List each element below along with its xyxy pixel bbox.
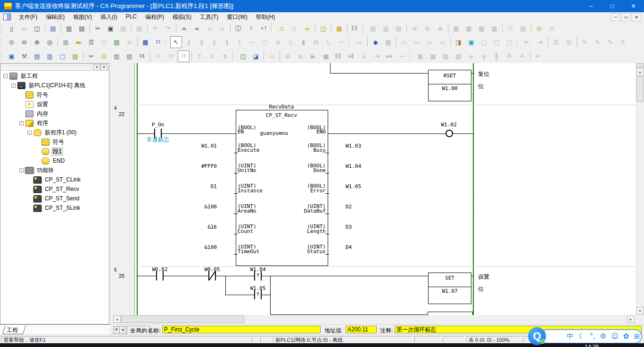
local-window-button[interactable]: ▢ bbox=[491, 36, 503, 48]
resume-from-point-button[interactable]: ⊛ bbox=[295, 50, 306, 62]
menu-item-编辑(E)[interactable]: 编辑(E) bbox=[41, 12, 69, 22]
timing-chart-2-button[interactable]: ╦ bbox=[478, 50, 490, 62]
delete-line-button[interactable]: ⌐ bbox=[336, 36, 347, 48]
symbol-address-field[interactable]: A200.11 bbox=[346, 326, 377, 333]
mark-tool-4-button[interactable]: ✎ bbox=[617, 36, 629, 48]
window-dock-button[interactable]: ▥ bbox=[44, 50, 56, 62]
simulator-stop-button[interactable]: ■ bbox=[320, 50, 332, 62]
menu-item-PLC[interactable]: PLC bbox=[122, 12, 141, 22]
tree-item-设置[interactable]: 设置 bbox=[0, 99, 109, 109]
mdi-document-icon[interactable] bbox=[3, 14, 11, 20]
pause-monitor-button[interactable]: ▌▌ bbox=[349, 23, 361, 34]
io-table-1-button[interactable]: ▦ bbox=[450, 23, 462, 34]
menu-item-插入(I)[interactable]: 插入(I) bbox=[96, 12, 121, 22]
find-next-button[interactable]: ∞ bbox=[216, 23, 228, 34]
new-or-closed-contact-button[interactable]: ∦ bbox=[221, 36, 233, 48]
paste-button[interactable]: ▤ bbox=[117, 23, 129, 34]
tree-expander-icon[interactable]: - bbox=[19, 121, 24, 125]
tree-item-CP_ST_CLink[interactable]: CP_ST_CLink bbox=[0, 175, 109, 184]
mdi-minimize-button[interactable]: ─ bbox=[611, 13, 620, 21]
menu-item-文件(F)[interactable]: 文件(F) bbox=[15, 12, 41, 22]
simulator-step-in-button[interactable]: ⇥ bbox=[371, 50, 383, 62]
online-edit-transfer-button[interactable]: ◫ bbox=[317, 23, 329, 34]
context-help-button[interactable]: ↖? bbox=[258, 23, 270, 34]
ime-night-mode-icon[interactable]: ☾ bbox=[578, 333, 585, 340]
dialog-view-button[interactable]: ▢ bbox=[57, 50, 68, 62]
mdi-restore-button[interactable]: ▭ bbox=[621, 13, 631, 21]
protect-key-button[interactable]: ⊝ bbox=[533, 23, 545, 34]
zoom-out-button[interactable]: ⊖ bbox=[18, 36, 30, 48]
line-corner-button[interactable]: ∟ bbox=[323, 36, 335, 48]
maximize-button[interactable]: □ bbox=[602, 0, 623, 12]
zoom-in-button[interactable]: ⊕ bbox=[31, 36, 43, 48]
edit-annotation-button[interactable]: ▭ bbox=[424, 36, 436, 48]
tree-item-CP_ST_Recv[interactable]: CP_ST_Recv bbox=[0, 184, 109, 194]
show-comments-button[interactable]: ▬ bbox=[73, 36, 84, 48]
mark-tool-2-button[interactable]: ✎ bbox=[592, 36, 603, 48]
new-coil-button[interactable]: ○ bbox=[259, 36, 271, 48]
vertical-scrollbar[interactable]: ▲ ▼ bbox=[636, 63, 644, 315]
rung-properties-button[interactable]: ▤ bbox=[124, 50, 135, 62]
timing-chart-4-button[interactable]: ╩ bbox=[504, 50, 515, 62]
scroll-up-button[interactable]: ▲ bbox=[636, 68, 644, 75]
list-view-1-button[interactable]: ☰ bbox=[550, 36, 562, 48]
monitor-binary-button[interactable]: 01 bbox=[136, 50, 148, 62]
memory-view-2-button[interactable]: ▩ bbox=[427, 50, 439, 62]
tree-expander-icon[interactable]: - bbox=[11, 83, 16, 88]
new-file-button[interactable]: ▯ bbox=[6, 23, 17, 34]
tree-item-新程序1 (00)[interactable]: -新程序1 (00) bbox=[0, 128, 109, 137]
show-rung-wrapping-button[interactable]: ▤ bbox=[111, 36, 123, 48]
scroll-down-button[interactable]: ▼ bbox=[636, 307, 644, 314]
contact-w1-05-up[interactable]: ↑ bbox=[254, 290, 262, 299]
monitor-signed-decimal-button[interactable]: 10 bbox=[165, 50, 177, 62]
address-reference-tool-button[interactable]: ◨ bbox=[453, 36, 464, 48]
release-key-button[interactable]: ⊝ bbox=[546, 23, 558, 34]
io-table-3-button[interactable]: ▦ bbox=[476, 23, 487, 34]
io-table-4-button[interactable]: ▦ bbox=[488, 23, 500, 34]
ime-tools-icon[interactable]: ⚙ bbox=[600, 333, 606, 340]
mark-tool-3-button[interactable]: ✎ bbox=[604, 36, 616, 48]
monitor-hex-button[interactable]: 16 bbox=[178, 50, 190, 62]
output-window-button[interactable]: ▢ bbox=[504, 36, 515, 48]
redo-button[interactable]: ↷ bbox=[162, 23, 174, 34]
simulator-pause-button[interactable]: ▌▌ bbox=[333, 50, 345, 62]
paste-special-button[interactable]: ▤ bbox=[133, 23, 145, 34]
pause-at-point-button[interactable]: ⊛ bbox=[282, 50, 294, 62]
timing-chart-1-button[interactable]: ╤ bbox=[465, 50, 477, 62]
ime-skin-icon[interactable]: ✿ bbox=[623, 333, 629, 340]
simulator-fast-forward-button[interactable]: ▶▶ bbox=[384, 50, 396, 62]
scroll-right-button[interactable]: ► bbox=[627, 315, 635, 323]
about-button[interactable]: ⓘ bbox=[232, 23, 244, 34]
tree-item-程序[interactable]: -程序 bbox=[0, 118, 109, 128]
tree-item-内存[interactable]: 内存 bbox=[0, 109, 109, 118]
address-comment-list-button[interactable]: ☰ bbox=[98, 50, 110, 62]
vertical-line-button[interactable]: | bbox=[234, 36, 246, 48]
goto-jump-button[interactable]: ↵ bbox=[532, 50, 544, 62]
select-tool-button[interactable]: ↖ bbox=[170, 36, 182, 48]
menu-item-窗口(W)[interactable]: 窗口(W) bbox=[223, 12, 251, 22]
ime-keyboard-icon[interactable]: ⊞ bbox=[634, 333, 640, 340]
symbol-scope[interactable]: 全局的 bbox=[127, 326, 150, 336]
menu-item-帮助(H)[interactable]: 帮助(H) bbox=[252, 12, 280, 22]
work-online-button[interactable]: ⊛ bbox=[409, 23, 421, 34]
replace-button[interactable]: ∞ bbox=[191, 23, 203, 34]
contact-w1-04-up[interactable]: ↑ bbox=[254, 271, 262, 281]
tree-item-CP_ST_SLink[interactable]: CP_ST_SLink bbox=[0, 203, 109, 213]
cross-reference-window-button[interactable]: ▢ bbox=[478, 36, 490, 48]
contact-w0-05-nc[interactable] bbox=[208, 271, 216, 281]
workspace-menu-button[interactable]: ▾ bbox=[93, 64, 100, 71]
ime-chinese-mode-icon[interactable]: 中 bbox=[567, 333, 574, 340]
transfer-to-plc-button[interactable]: ▤ bbox=[367, 23, 379, 34]
plc-clock-button[interactable]: ◫ bbox=[237, 50, 249, 62]
new-closed-contact-button[interactable]: ∦ bbox=[196, 36, 207, 48]
tree-item-段1[interactable]: 段1 bbox=[0, 147, 109, 156]
force-cancel-button[interactable]: ↯ bbox=[219, 50, 231, 62]
tree-item-符号[interactable]: 符号 bbox=[0, 90, 109, 99]
monitor-decimal-button[interactable]: 10 bbox=[152, 50, 164, 62]
search-and-compile-button[interactable]: ∞ bbox=[301, 23, 313, 34]
tree-item-新PLC1[CP1H-E] 离线[interactable]: -新PLC1[CP1H-E] 离线 bbox=[0, 81, 109, 90]
symbol-name-field[interactable]: P_First_Cycle bbox=[162, 326, 321, 333]
help-topics-button[interactable]: ? bbox=[245, 23, 257, 34]
ladder-canvas[interactable]: RSET W1.00 复位 位 RecvData CP_ST_Recv P_On… bbox=[135, 63, 636, 315]
transfer-from-plc-button[interactable]: ▥ bbox=[380, 23, 392, 34]
